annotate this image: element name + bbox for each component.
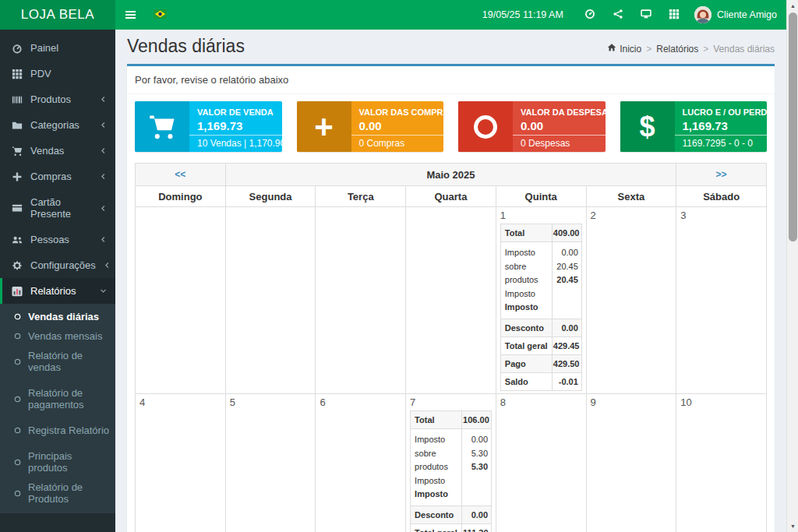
submenu-item-vendas-mensais[interactable]: Vendas mensais (0, 326, 115, 346)
calendar-day-cell-9: 9 (586, 393, 676, 532)
user-menu[interactable]: Cliente Amigo (688, 0, 786, 30)
content-header: Vendas diárias Inicio > Relatórios > Ven… (115, 30, 786, 64)
grid-nav-button[interactable] (660, 0, 688, 30)
report-box: Por favor, revise o relatório abaixo VAL… (127, 64, 775, 532)
folder-icon (11, 120, 23, 131)
summary-card-valor-da-despesa: VALOR DA DESPESA 0.00 0 Despesas (458, 101, 606, 152)
calendar-day-cell (136, 207, 226, 394)
sidebar-item-label: Configurações (30, 259, 96, 271)
plus-icon (11, 171, 23, 182)
breadcrumb-relatorios-link[interactable]: Relatórios (656, 44, 698, 55)
submenu-item-label: Relatório de Produtos (28, 481, 112, 505)
sidebar-item-pessoas[interactable]: Pessoas (0, 227, 115, 252)
sidebar-toggle-button[interactable] (115, 0, 146, 30)
summary-cards: VALOR DE VENDA 1,169.73 10 Vendas | 1,17… (127, 94, 775, 152)
sidebar-submenu-relatorios: Vendas diáriasVendas mensaisRelatório de… (0, 304, 115, 513)
report-row-total: Total 409.00 (501, 224, 581, 242)
valor-de-venda-icon (135, 101, 189, 152)
dashboard-nav-button[interactable] (576, 0, 604, 30)
breadcrumb-current: Vendas diárias (713, 44, 775, 55)
card-value: 1,169.73 (197, 119, 274, 132)
card-title: VALOR DE VENDA (197, 107, 274, 117)
day-number: 3 (680, 210, 762, 221)
day-report-table: Total 106.00 Imposto sobreprodutosImpost… (410, 410, 492, 532)
chevron-down-icon (99, 287, 108, 295)
chevron-left-icon (99, 95, 108, 104)
grid-icon (11, 69, 23, 79)
report-row-total: Total 106.00 (411, 411, 491, 429)
card-title: LUCRO E / OU PERDA (683, 107, 760, 117)
breadcrumb-home-link[interactable]: Inicio (607, 43, 641, 55)
calendar-day-cell-1: 1 Total 409.00 Imposto sobreprodutosImpo… (496, 207, 586, 394)
sidebar: PainelPDVProdutosCategoriasVendasCompras… (0, 30, 115, 532)
scrollbar-thumb[interactable] (789, 12, 797, 241)
bar-chart-icon (11, 286, 23, 297)
weekday-sabado: Sábado (676, 186, 767, 207)
sidebar-menu: PainelPDVProdutosCategoriasVendasCompras… (0, 35, 115, 513)
sidebar-item-compras[interactable]: Compras (0, 164, 115, 189)
card-footer: 10 Vendas | 1,170.90 Recebido... (189, 135, 282, 152)
calendar-day-cell-10: 10 (676, 393, 767, 532)
sidebar-item-cartao-presente[interactable]: Cartão Presente (0, 189, 115, 227)
sidebar-item-pdv[interactable]: PDV (0, 61, 115, 86)
card-footer: 0 Despesas (513, 135, 606, 152)
report-row-saldo: Saldo -0.01 (501, 373, 581, 390)
report-row-total-geral: Total geral 111.30 (411, 524, 491, 532)
calendar-month-label: Maio 2025 (225, 164, 676, 186)
scrollbar-up-arrow[interactable]: ▲ (787, 0, 798, 12)
submenu-item-relatorio-de-produtos[interactable]: Relatório de Produtos (0, 477, 115, 509)
sidebar-item-painel[interactable]: Painel (0, 35, 115, 61)
share-nav-button[interactable] (604, 0, 632, 30)
submenu-item-relatorio-de-pagamentos[interactable]: Relatório de pagamentos (0, 383, 115, 414)
scrollbar-down-arrow[interactable]: ▼ (787, 520, 798, 532)
submenu-item-vendas-diarias[interactable]: Vendas diárias (0, 307, 115, 326)
day-number: 9 (591, 396, 673, 408)
sidebar-item-vendas[interactable]: Vendas (0, 138, 115, 164)
day-number: 1 (500, 210, 582, 221)
language-flag-button[interactable] (146, 9, 175, 21)
sidebar-item-label: Produtos (30, 93, 71, 105)
summary-card-lucro-e-ou-perda: $ LUCRO E / OU PERDA 1,169.73 1169.7295 … (620, 101, 768, 152)
sidebar-item-label: Relatórios (30, 285, 76, 297)
valor-das-compras-icon: + (297, 101, 351, 152)
submenu-item-label: Registra Relatório (28, 425, 109, 436)
sidebar-item-configuracoes[interactable]: Configurações (0, 252, 115, 278)
summary-card-valor-de-venda: VALOR DE VENDA 1,169.73 10 Vendas | 1,17… (135, 101, 282, 152)
grid-icon (669, 9, 680, 22)
report-note: Por favor, revise o relatório abaixo (127, 66, 775, 94)
valor-da-despesa-icon (458, 101, 513, 152)
day-number: 7 (410, 396, 492, 408)
sidebar-item-produtos[interactable]: Produtos (0, 86, 115, 112)
chevron-left-icon (99, 204, 108, 213)
sidebar-item-categorias[interactable]: Categorias (0, 112, 115, 138)
user-name: Cliente Amigo (717, 9, 777, 20)
submenu-item-label: Vendas mensais (28, 330, 102, 342)
vertical-scrollbar[interactable]: ▲ ▼ (786, 0, 798, 532)
submenu-item-principais-produtos[interactable]: Principais produtos (0, 446, 115, 477)
circle-o-icon (13, 458, 22, 467)
calendar-prev-button[interactable]: << (136, 164, 226, 186)
calendar-day-cell (316, 207, 406, 394)
monitor-nav-button[interactable] (632, 0, 660, 30)
card-value: 1,169.73 (683, 119, 760, 132)
report-row-desconto: Desconto 0.00 (411, 506, 491, 524)
app-logo[interactable]: LOJA BELA (0, 0, 115, 30)
summary-card-valor-das-compras: + VALOR DAS COMPRAS 0.00 0 Compras (297, 101, 444, 152)
report-row-pago: Pago 429.50 (501, 355, 581, 373)
lucro-e-ou-perda-icon: $ (620, 101, 675, 152)
circle-o-icon (13, 426, 22, 435)
sidebar-item-relatorios[interactable]: Relatórios (0, 278, 115, 304)
weekday-quarta: Quarta (406, 186, 496, 207)
main-content: Vendas diárias Inicio > Relatórios > Ven… (115, 30, 786, 532)
sidebar-item-label: Compras (30, 171, 72, 182)
submenu-item-relatorio-de-vendas[interactable]: Relatório de vendas (0, 346, 115, 377)
calendar-next-button[interactable]: >> (676, 164, 767, 186)
submenu-item-registra-relatorio[interactable]: Registra Relatório (0, 421, 115, 440)
circle-o-icon (13, 489, 22, 498)
report-row-impostos: Imposto sobreprodutosImpostoImposto 0.00… (411, 429, 491, 506)
card-title: VALOR DAS COMPRAS (359, 107, 436, 117)
daily-sales-calendar: << Maio 2025 >> DomingoSegundaTerçaQuart… (135, 163, 767, 532)
weekday-domingo: Domingo (136, 186, 226, 207)
breadcrumb: Inicio > Relatórios > Vendas diárias (607, 43, 775, 55)
chevron-left-icon (99, 172, 108, 181)
